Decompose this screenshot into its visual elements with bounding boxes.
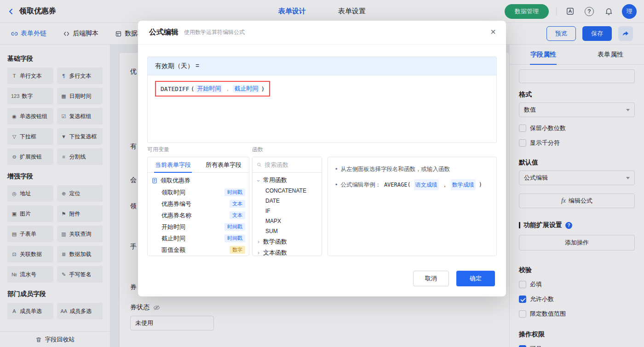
variable-name: 截止时间 — [161, 234, 185, 243]
field-type-tag: 文本 — [230, 200, 245, 208]
variables-tabs: 当前表单字段 所有表单字段 — [148, 157, 249, 173]
variable-row[interactable]: 领取时间时间戳 — [151, 187, 245, 198]
function-item[interactable]: IF — [256, 206, 318, 216]
function-group-common[interactable]: 常用函数 — [256, 175, 318, 186]
function-item[interactable]: DATE — [256, 196, 318, 206]
variables-tree: 领取优惠券 领取时间时间戳 优惠券编号文本 优惠券名称文本 开始时间时间戳 截止… — [148, 173, 249, 256]
cancel-button[interactable]: 取消 — [413, 271, 449, 286]
function-search-input[interactable] — [264, 161, 317, 168]
search-icon — [257, 162, 262, 168]
variable-name: 优惠券编号 — [161, 200, 191, 208]
variable-name: 面值金额 — [161, 246, 185, 254]
variable-row[interactable]: 截止时间时间戳 — [151, 233, 245, 244]
help-line-example: • 公式编辑举例：AVERAGE( 语文成绩 ， 数学成绩 ) — [335, 179, 489, 190]
variable-row[interactable]: 面值金额数字 — [151, 244, 245, 256]
bullet-icon: • — [335, 179, 337, 190]
variables-section-label: 可用变量 — [147, 146, 169, 154]
field-token-start-time[interactable]: 开始时间 — [196, 85, 222, 93]
example-separator: ， — [442, 179, 448, 190]
open-paren: ( — [191, 85, 195, 92]
function-group-label: 常用函数 — [263, 176, 287, 184]
field-type-tag: 时间戳 — [224, 223, 245, 231]
functions-panel: 常用函数 CONCATENATE DATE IF MAPX SUM 数学函数 文… — [252, 157, 322, 256]
variable-name: 开始时间 — [161, 223, 185, 231]
function-group-math[interactable]: 数学函数 — [256, 236, 318, 247]
close-icon[interactable] — [490, 27, 496, 36]
chevron-right-icon — [256, 239, 261, 245]
form-node-label: 领取优惠券 — [161, 176, 190, 185]
variables-panel: 当前表单字段 所有表单字段 领取优惠券 领取时间时间戳 优惠券编号文本 优惠券名… — [147, 157, 249, 256]
function-item[interactable]: MAPX — [256, 216, 318, 226]
confirm-button[interactable]: 确定 — [456, 271, 495, 286]
form-node[interactable]: 领取优惠券 — [151, 175, 245, 187]
function-group-text[interactable]: 文本函数 — [256, 247, 318, 256]
modal-title: 公式编辑 — [149, 28, 178, 37]
variable-row[interactable]: 优惠券编号文本 — [151, 198, 245, 210]
variable-name: 领取时间 — [161, 188, 185, 197]
function-group-label: 文本函数 — [263, 249, 287, 256]
help-panel: • 从左侧面板选择字段名和函数，或输入函数 • 公式编辑举例：AVERAGE( … — [328, 157, 497, 256]
function-item[interactable]: SUM — [256, 226, 318, 236]
close-paren: ) — [261, 85, 264, 92]
function-group-label: 数学函数 — [263, 238, 287, 246]
formula-target-label: 有效期（天） = — [155, 62, 199, 70]
function-search[interactable] — [253, 157, 322, 173]
chevron-right-icon — [256, 250, 261, 256]
functions-tree: 常用函数 CONCATENATE DATE IF MAPX SUM 数学函数 文… — [253, 173, 322, 256]
example-close-paren: ) — [479, 179, 482, 190]
example-function: AVERAGE( — [384, 179, 411, 190]
formula-input-area[interactable]: DATEDIFF( 开始时间 ， 截止时间 ) — [148, 75, 496, 142]
formula-editor-modal: 公式编辑 使用数学运算符编辑公式 有效期（天） = DATEDIFF( 开始时间… — [138, 21, 506, 296]
function-name: DATEDIFF — [161, 85, 190, 92]
help-line: • 从左侧面板选择字段名和函数，或输入函数 — [335, 164, 489, 175]
formula-target-strip: 有效期（天） = — [148, 57, 496, 75]
document-icon — [151, 177, 158, 184]
example-field-token: 数学成绩 — [451, 179, 476, 190]
help-text: 从左侧面板选择字段名和函数，或输入函数 — [340, 164, 450, 175]
formula-expression-highlight: DATEDIFF( 开始时间 ， 截止时间 ) — [155, 81, 270, 97]
modal-header: 公式编辑 使用数学运算符编辑公式 — [138, 21, 506, 45]
argument-separator: ， — [224, 85, 231, 93]
field-type-tag: 时间戳 — [224, 188, 245, 196]
field-token-end-time[interactable]: 截止时间 — [233, 85, 259, 93]
formula-editor-box: 有效期（天） = DATEDIFF( 开始时间 ， 截止时间 ) — [147, 57, 497, 143]
variable-name: 优惠券名称 — [161, 211, 191, 220]
app-root: 领取优惠券 表单设计 表单设置 数据管理 理 表单外链 后端脚本 — [0, 0, 644, 347]
tab-all-form-fields[interactable]: 所有表单字段 — [198, 157, 249, 172]
field-type-tag: 数字 — [230, 246, 245, 254]
chevron-down-icon — [255, 178, 262, 183]
example-field-token: 语文成绩 — [414, 179, 439, 190]
help-example-prefix: 公式编辑举例： — [340, 179, 381, 190]
variable-row[interactable]: 优惠券名称文本 — [151, 210, 245, 221]
function-item[interactable]: CONCATENATE — [256, 186, 318, 196]
tab-current-form-fields[interactable]: 当前表单字段 — [148, 157, 198, 172]
bullet-icon: • — [335, 164, 337, 175]
modal-subtitle: 使用数学运算符编辑公式 — [184, 28, 245, 36]
field-type-tag: 文本 — [230, 211, 245, 219]
modal-footer: 取消 确定 — [413, 271, 495, 286]
variable-row[interactable]: 开始时间时间戳 — [151, 221, 245, 233]
field-type-tag: 时间戳 — [224, 234, 245, 242]
functions-section-label: 函数 — [252, 146, 263, 154]
